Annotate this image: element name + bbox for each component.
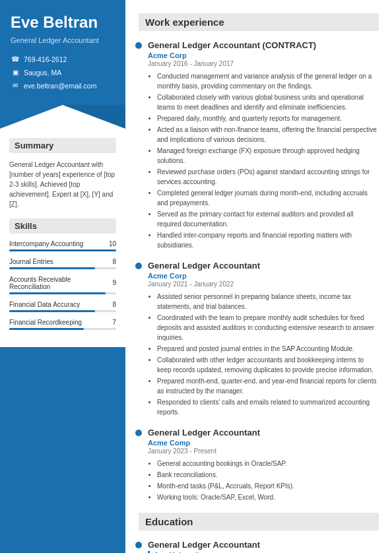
email-icon: ✉ (11, 81, 20, 90)
bullet-item: Coordinated with the team to prepare mon… (157, 313, 379, 342)
job-company: Acme Corp (148, 51, 379, 59)
bullet-item: Collaborated closely with various global… (157, 92, 379, 112)
skill-score: 9 (112, 279, 116, 286)
jobs-list: General Ledger Accountant (CONTRACT) Acm… (139, 40, 379, 502)
bullet-item: Prepared daily, monthly, and quarterly r… (157, 114, 379, 123)
skill-name: Intercompany Accounting (9, 240, 83, 247)
edu-degree: General Ledger Accountant (148, 540, 379, 550)
candidate-title: General Ledger Accountant (11, 36, 115, 44)
job-bullets: General accounting bookings in Oracle/SA… (148, 459, 379, 502)
email-item: ✉ eve.beltran@email.com (11, 81, 115, 90)
bullet-item: Working tools: Oracle/SAP, Excel, Word. (157, 492, 379, 502)
bullet-item: Month-end tasks (P&L, Accruals, Report K… (157, 481, 379, 491)
bullet-item: Reviewed purchase orders (POs) against s… (157, 167, 379, 187)
bullet-item: General accounting bookings in Oracle/SA… (157, 459, 379, 469)
bullet-item: Served as the primary contact for extern… (157, 209, 379, 229)
skill-bar-bg (9, 249, 116, 251)
skill-bar-bg (9, 267, 116, 269)
job-bullets: Conducted management and variance analys… (148, 71, 379, 250)
bullet-item: Conducted management and variance analys… (157, 71, 379, 91)
resume-container: Eve Beltran General Ledger Accountant ☎ … (0, 0, 392, 553)
job-entry: General Ledger Accountant Acme Corp Janu… (139, 261, 379, 417)
skill-item: Intercompany Accounting 10 (9, 240, 116, 251)
skill-score: 8 (112, 258, 116, 265)
contact-section: ☎ 769-416-2612 ▣ Saugus, MA ✉ eve.beltra… (11, 55, 115, 90)
skill-item: Financial Data Accuracy 8 (9, 301, 116, 312)
summary-section-title: Summary (9, 138, 116, 153)
job-entry: General Ledger Accountant Acme Comp Janu… (139, 428, 379, 502)
bullet-item: Prepared month-end, quarter-end, and yea… (157, 376, 379, 396)
skill-name: Financial Recordkeeping (9, 319, 82, 326)
summary-text: General Ledger Accountant with [number o… (9, 160, 116, 209)
candidate-name: Eve Beltran (11, 13, 115, 32)
bullet-item: Completed general ledger journals during… (157, 188, 379, 208)
skill-score: 7 (112, 319, 116, 326)
sidebar-bottom: Summary General Ledger Accountant with [… (0, 129, 125, 347)
bullet-item: Handled inter-company reports and financ… (157, 230, 379, 250)
job-bullets: Assisted senior personnel in preparing b… (148, 292, 379, 417)
bullet-item: Assisted senior personnel in preparing b… (157, 292, 379, 311)
skill-bar-fill (9, 292, 106, 294)
skill-bar-fill (9, 267, 95, 269)
skill-name: Journal Entries (9, 258, 53, 265)
job-entry: General Ledger Accountant (CONTRACT) Acm… (139, 40, 379, 250)
job-title: General Ledger Accountant (148, 261, 379, 271)
edu-entry: General Ledger Accountant Ace University (139, 540, 379, 553)
skill-item: Accounts Receivable Reconciliation 9 (9, 276, 116, 294)
skill-bar-fill (9, 249, 116, 251)
bullet-item: Bank reconciliations. (157, 470, 379, 480)
skill-bar-bg (9, 328, 116, 330)
job-date: January 2021 - January 2022 (148, 280, 379, 288)
bullet-item: Collaborated with other ledger accountan… (157, 355, 379, 375)
main-content: Work experience General Ledger Accountan… (125, 0, 392, 553)
job-title: General Ledger Accountant (CONTRACT) (148, 40, 379, 50)
job-title: General Ledger Accountant (148, 428, 379, 438)
skill-bar-fill (9, 328, 84, 330)
job-company: Acme Corp (148, 272, 379, 280)
skills-section-title: Skills (9, 218, 116, 234)
bullet-item: Prepared and posted journal entries in t… (157, 344, 379, 354)
location-text: Saugus, MA (24, 69, 61, 77)
education-title: Education (139, 513, 379, 531)
sidebar: Eve Beltran General Ledger Accountant ☎ … (0, 0, 125, 553)
location-icon: ▣ (11, 68, 20, 77)
skill-bar-bg (9, 292, 116, 294)
job-date: January 2023 - Present (148, 447, 379, 455)
phone-text: 769-416-2612 (24, 55, 67, 63)
phone-item: ☎ 769-416-2612 (11, 55, 115, 64)
bullet-item: Responded to clients' calls and emails r… (157, 397, 379, 417)
bullet-item: Managed foreign exchange (FX) exposure t… (157, 146, 379, 166)
skill-name: Accounts Receivable Reconciliation (9, 276, 112, 290)
skills-section: Intercompany Accounting 10 Journal Entri… (9, 240, 116, 330)
job-company: Acme Comp (148, 439, 379, 447)
skill-bar-fill (9, 310, 95, 312)
skill-score: 10 (109, 240, 116, 247)
skill-score: 8 (112, 301, 116, 308)
location-item: ▣ Saugus, MA (11, 68, 115, 77)
email-text: eve.beltran@email.com (24, 82, 96, 90)
skill-bar-bg (9, 310, 116, 312)
sidebar-top: Eve Beltran General Ledger Accountant ☎ … (0, 0, 125, 105)
sidebar-triangle-decoration (0, 105, 125, 129)
skill-item: Journal Entries 8 (9, 258, 116, 269)
skill-item: Financial Recordkeeping 7 (9, 319, 116, 330)
bullet-item: Acted as a liaison with non-finance team… (157, 125, 379, 145)
skill-name: Financial Data Accuracy (9, 301, 80, 308)
job-date: January 2016 - January 2017 (148, 60, 379, 67)
work-experience-title: Work experience (139, 13, 379, 31)
phone-icon: ☎ (11, 55, 20, 64)
education-section: General Ledger Accountant Ace University (139, 540, 379, 553)
